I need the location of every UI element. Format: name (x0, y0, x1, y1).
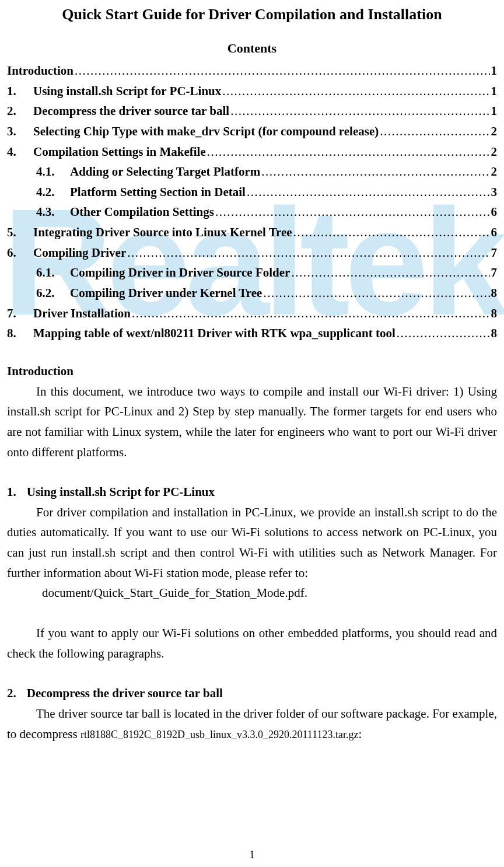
toc-num: 7. (7, 303, 33, 324)
page-number: 1 (0, 849, 504, 861)
toc-line: Compiling Driver under Kernel Tree (70, 283, 262, 303)
toc-page: 6 (491, 222, 498, 243)
section-1-heading: 1.Using install.sh Script for PC-Linux (7, 482, 497, 502)
toc-dots (261, 162, 489, 182)
toc-num: 4.2. (36, 182, 70, 202)
section-2-heading: 2.Decompress the driver source tar ball (7, 683, 497, 704)
toc-row: 6. Compiling Driver 7 (7, 243, 497, 263)
section-1-paragraph-2: If you want to apply our Wi-Fi solutions… (7, 623, 497, 663)
toc-page: 7 (491, 263, 498, 283)
toc-line: Using install.sh Script for PC-Linux (33, 81, 221, 102)
toc-page: 2 (491, 162, 498, 182)
section-title: Using install.sh Script for PC-Linux (27, 485, 215, 499)
toc-line: Compiling Driver in Driver Source Folder (70, 263, 290, 283)
toc-line: Compiling Driver (33, 243, 126, 263)
toc-dots (293, 222, 490, 243)
section-2-paragraph: The driver source tar ball is located in… (7, 704, 497, 744)
toc-row: 3. Selecting Chip Type with make_drv Scr… (7, 121, 497, 142)
reference-path: document/Quick_Start_Guide_for_Station_M… (7, 583, 497, 603)
toc-dots (132, 303, 489, 324)
toc-page: 8 (491, 303, 498, 324)
section-1-paragraph: For driver compilation and installation … (7, 502, 497, 583)
contents-heading: Contents (7, 41, 497, 56)
toc-line: Mapping table of wext/nl80211 Driver wit… (33, 323, 396, 344)
toc-dots (215, 202, 490, 222)
toc-num: 8. (7, 323, 33, 344)
toc-page: 1 (491, 81, 498, 102)
toc-page: 2 (491, 142, 498, 162)
toc-dots (207, 142, 490, 162)
toc-page: 6 (491, 202, 498, 222)
toc-page: 1 (491, 101, 498, 121)
toc-line: Platform Setting Section in Detail (70, 182, 246, 202)
toc-row: 4. Compilation Settings in Makefile 2 (7, 142, 497, 162)
toc-dots (75, 61, 490, 81)
toc-num: 4.3. (36, 202, 70, 222)
toc-row: 6.1. Compiling Driver in Driver Source F… (7, 263, 497, 283)
toc-page: 2 (491, 121, 498, 142)
toc-page: 3 (491, 182, 498, 202)
toc-line: Decompress the driver source tar ball (33, 101, 229, 121)
filename: rtl8188C_8192C_8192D_usb_linux_v3.3.0_29… (80, 729, 359, 740)
toc-row: 4.2. Platform Setting Section in Detail … (7, 182, 497, 202)
toc-dots (247, 182, 490, 202)
toc-row: 7. Driver Installation 8 (7, 303, 497, 324)
toc-line: Introduction (7, 61, 74, 81)
toc-row: 6.2. Compiling Driver under Kernel Tree … (7, 283, 497, 303)
toc-line: Selecting Chip Type with make_drv Script… (33, 121, 379, 142)
intro-paragraph: In this document, we introduce two ways … (7, 382, 497, 463)
toc-num: 1. (7, 81, 33, 102)
toc-row: 1. Using install.sh Script for PC-Linux … (7, 81, 497, 102)
toc-line: Adding or Selecting Target Platform (70, 162, 260, 182)
toc-dots (397, 323, 490, 344)
toc-num: 4. (7, 142, 33, 162)
toc-page: 8 (491, 323, 498, 344)
toc-page: 7 (491, 243, 498, 263)
toc-dots (230, 101, 489, 121)
section-title: Decompress the driver source tar ball (27, 686, 223, 700)
toc-num: 6. (7, 243, 33, 263)
toc-line: Compilation Settings in Makefile (33, 142, 206, 162)
section-num: 2. (7, 683, 16, 704)
toc-dots (127, 243, 489, 263)
toc-num: 4.1. (36, 162, 70, 182)
toc-row: 4.1. Adding or Selecting Target Platform… (7, 162, 497, 182)
toc-page: 1 (491, 61, 498, 81)
section-num: 1. (7, 482, 16, 502)
page-title: Quick Start Guide for Driver Compilation… (7, 6, 497, 23)
toc-row: 2. Decompress the driver source tar ball… (7, 101, 497, 121)
toc-num: 5. (7, 222, 33, 243)
toc-row: 8. Mapping table of wext/nl80211 Driver … (7, 323, 497, 344)
section-2-text-b: : (358, 727, 362, 741)
toc-row: 5. Integrating Driver Source into Linux … (7, 222, 497, 243)
toc-dots (380, 121, 489, 142)
toc-row: Introduction 1 (7, 61, 497, 81)
toc-dots (263, 283, 489, 303)
toc-num: 6.2. (36, 283, 70, 303)
toc-line: Integrating Driver Source into Linux Ker… (33, 222, 292, 243)
toc-line: Other Compilation Settings (70, 202, 214, 222)
toc-page: 8 (491, 283, 498, 303)
toc-row: 4.3. Other Compilation Settings 6 (7, 202, 497, 222)
toc-line: Driver Installation (33, 303, 131, 324)
toc-num: 2. (7, 101, 33, 121)
toc-dots (291, 263, 489, 283)
toc-dots (222, 81, 489, 102)
toc-num: 3. (7, 121, 33, 142)
intro-heading: Introduction (7, 361, 497, 382)
toc-num: 6.1. (36, 263, 70, 283)
